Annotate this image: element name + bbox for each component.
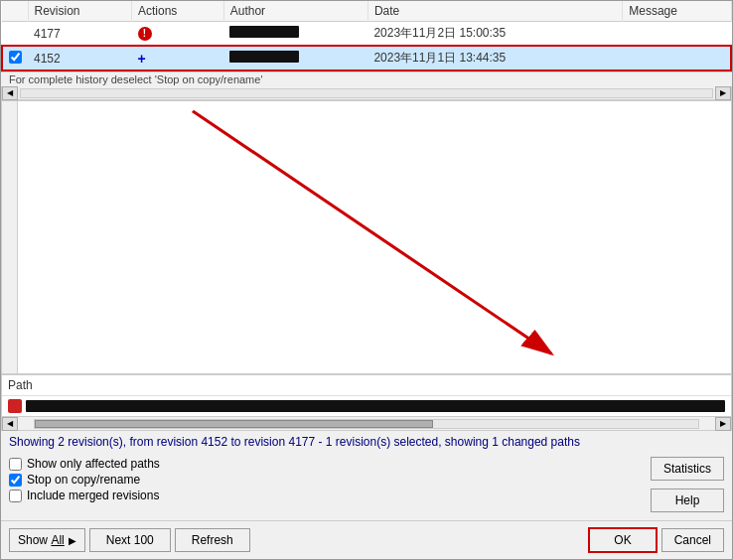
path-scroll-track[interactable]: [34, 419, 699, 429]
error-icon: !: [138, 27, 152, 41]
action-cell: !: [132, 22, 224, 47]
col-date-header: Date: [367, 1, 622, 22]
scroll-track[interactable]: [20, 88, 713, 98]
options-area: Show only affected paths Stop on copy/re…: [1, 453, 732, 520]
right-buttons: Statistics Help: [651, 457, 724, 516]
stop-on-copy-checkbox[interactable]: [9, 474, 22, 487]
h-scrollbar[interactable]: ◀ ▶: [1, 86, 732, 100]
show-only-affected-checkbox[interactable]: [9, 458, 22, 471]
cancel-button[interactable]: Cancel: [661, 528, 724, 552]
author-cell: [223, 46, 367, 70]
col-author-header: Author: [223, 1, 367, 22]
red-arrow-overlay: [2, 101, 731, 373]
revision-number: 4152: [28, 46, 132, 70]
path-header: Path: [2, 375, 731, 396]
revision-number: 4177: [28, 22, 132, 47]
include-merged-checkbox[interactable]: [9, 490, 22, 502]
author-redacted: [229, 26, 299, 38]
checkboxes-col: Show only affected paths Stop on copy/re…: [9, 457, 651, 504]
show-only-affected-row: Show only affected paths: [9, 457, 651, 471]
refresh-button[interactable]: Refresh: [175, 528, 250, 552]
ok-button[interactable]: OK: [588, 527, 657, 553]
col-revision-header: Revision: [28, 1, 132, 22]
message-cell: [623, 46, 731, 70]
revision-table-container: Revision Actions Author Date Message 417…: [1, 1, 732, 72]
notice-label: For complete history deselect 'Stop on c…: [9, 73, 263, 85]
revision-table: Revision Actions Author Date Message 417…: [1, 1, 732, 71]
svg-line-1: [193, 111, 551, 354]
add-icon: +: [138, 51, 146, 67]
path-section: Path ◀ ▶: [1, 374, 732, 431]
bottom-toolbar: Show All ▶ Next 100 Refresh OK Cancel: [1, 520, 732, 559]
col-message-header: Message: [623, 1, 731, 22]
show-label: Show: [18, 533, 48, 547]
scroll-right-arrow[interactable]: ▶: [715, 86, 731, 100]
show-all-button[interactable]: Show All ▶: [9, 528, 85, 552]
table-row[interactable]: 4152 + 2023年11月1日 13:44:35: [2, 46, 731, 70]
status-area: Showing 2 revision(s), from revision 415…: [1, 431, 732, 453]
help-button[interactable]: Help: [651, 489, 724, 512]
row-checkbox[interactable]: [2, 22, 28, 47]
next-100-button[interactable]: Next 100: [89, 528, 171, 552]
show-only-affected-label: Show only affected paths: [27, 457, 160, 471]
col-actions-header: Actions: [132, 1, 224, 22]
include-merged-row: Include merged revisions: [9, 489, 651, 502]
row-checkbox[interactable]: [2, 46, 28, 70]
status-text: Showing 2 revision(s), from revision 415…: [9, 435, 580, 449]
date-cell: 2023年11月1日 13:44:35: [367, 46, 622, 70]
path-scroll-left[interactable]: ◀: [2, 417, 18, 431]
action-cell: +: [132, 46, 224, 70]
message-cell: [623, 22, 731, 47]
author-redacted: [229, 51, 299, 63]
author-cell: [223, 22, 367, 47]
diff-area: [1, 100, 732, 374]
statistics-button[interactable]: Statistics: [651, 457, 724, 481]
date-cell: 2023年11月2日 15:00:35: [367, 22, 622, 47]
path-scroll-thumb[interactable]: [35, 420, 433, 428]
middle-section: [1, 100, 732, 374]
table-row[interactable]: 4177 ! 2023年11月2日 15:00:35: [2, 22, 731, 47]
path-error-icon: [8, 399, 22, 413]
path-scroll-right[interactable]: ▶: [715, 417, 731, 431]
stop-on-copy-label: Stop on copy/rename: [27, 473, 140, 487]
path-scrollbar[interactable]: ◀ ▶: [2, 416, 731, 430]
stop-on-copy-row: Stop on copy/rename: [9, 473, 651, 487]
path-text-redacted: [26, 400, 725, 412]
show-all-value: All: [51, 533, 64, 547]
include-merged-label: Include merged revisions: [27, 489, 159, 502]
diff-left-bar: [2, 101, 18, 373]
col-checkbox: [2, 1, 28, 22]
scroll-left-arrow[interactable]: ◀: [2, 86, 18, 100]
notice-text: For complete history deselect 'Stop on c…: [1, 72, 732, 86]
path-row: [2, 396, 731, 416]
main-window: Revision Actions Author Date Message 417…: [0, 0, 733, 560]
show-all-arrow: ▶: [69, 535, 76, 546]
row-checkbox-input[interactable]: [9, 51, 22, 64]
